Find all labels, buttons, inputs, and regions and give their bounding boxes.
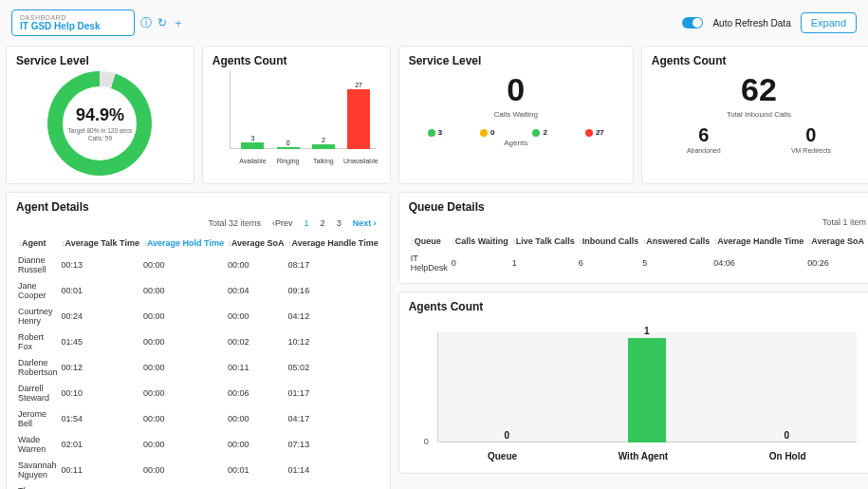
pager-prev[interactable]: ‹Prev xyxy=(268,217,297,229)
table-row[interactable]: Darrell Steward00:1000:0000:0601:17 xyxy=(16,380,380,405)
table-row[interactable]: Savannah Nguyen00:1100:0000:0101:14 xyxy=(16,457,380,482)
bar-label: On Hold xyxy=(769,451,806,461)
panel-queue-details: Queue Details Total 1 item QueueCalls Wa… xyxy=(398,192,868,284)
card-agents-count-bar: Agents Count 30227 AvailableRingingTalki… xyxy=(202,46,391,184)
card-calls-waiting: Service Level 0 Calls Waiting 30227 Agen… xyxy=(398,46,634,184)
card-inbound: Agents Count 62 Total Inbound Calls 6 Ab… xyxy=(641,46,868,184)
inbound-sub: Total Inbound Calls xyxy=(652,110,866,119)
table-row[interactable]: Wade Warren02:0100:0000:0007:13 xyxy=(16,431,380,457)
bar-queue: 0 xyxy=(478,430,535,442)
table-row[interactable]: Courtney Henry00:2400:0000:0004:12 xyxy=(16,303,380,329)
bar-label: With Agent xyxy=(619,451,668,461)
topbar: DASHBOARD IT GSD Help Desk ⓘ ↻ ＋ Auto Re… xyxy=(6,6,862,40)
calls-waiting-sub: Calls Waiting xyxy=(409,110,623,119)
auto-refresh-label: Auto Refresh Data xyxy=(712,18,790,28)
pager-page-2[interactable]: 2 xyxy=(317,217,329,229)
table-row[interactable]: Robert Fox01:4500:0000:0210:12 xyxy=(16,329,380,354)
pager-next[interactable]: Next › xyxy=(349,217,380,229)
queue-details-table: QueueCalls WaitingLive Talk CallsInbound… xyxy=(409,233,866,275)
pager-page-1[interactable]: 1 xyxy=(301,217,313,229)
card-service-level: Service Level 94.9% Target 80% in 120 se… xyxy=(6,46,194,184)
col-header[interactable]: Answered Calls xyxy=(640,233,711,250)
calls-waiting-value: 0 xyxy=(409,71,623,108)
top-right-row: Service Level 0 Calls Waiting 30227 Agen… xyxy=(398,46,868,184)
agents-status-chart: 30227 AvailableRingingTalkingUnavailable xyxy=(212,71,380,166)
abandoned-kpi: 6 Abandoned xyxy=(687,124,721,154)
bar-available: 3 xyxy=(237,135,268,149)
card-title: Agents Count xyxy=(212,54,380,67)
table-row[interactable]: Darlene Robertson00:1200:0000:1105:02 xyxy=(16,354,380,380)
agent-status-dots: 30227 xyxy=(409,128,623,137)
card-title: Service Level xyxy=(409,54,623,67)
vm-redirects-kpi: 0 VM Redirects xyxy=(791,124,831,154)
dashboard-selector[interactable]: DASHBOARD IT GSD Help Desk xyxy=(11,9,135,36)
col-header[interactable]: Inbound Calls xyxy=(577,233,641,250)
status-dot: 2 xyxy=(532,128,546,137)
agents-location-chart: 0 010 QueueWith AgentOn Hold xyxy=(409,313,866,465)
auto-refresh-toggle[interactable] xyxy=(682,17,703,28)
col-header[interactable]: Average SoA xyxy=(805,233,866,250)
refresh-icon[interactable]: ↻ xyxy=(157,16,167,29)
col-header[interactable]: Average Hold Time xyxy=(141,235,226,252)
right-bottom-stack: Queue Details Total 1 item QueueCalls Wa… xyxy=(398,192,868,489)
panel-agent-details: Agent Details Total 32 items ‹Prev 1 2 3… xyxy=(6,192,391,489)
table-row[interactable]: Theresa Webb01:0800:0000:0015:12 xyxy=(16,482,380,489)
col-header[interactable]: Calls Waiting xyxy=(450,233,510,250)
card-title: Service Level xyxy=(16,54,184,67)
bar-unavailable: 27 xyxy=(343,82,374,149)
col-header[interactable]: Average Handle Time xyxy=(711,233,805,250)
top-left-row: Service Level 94.9% Target 80% in 120 se… xyxy=(6,46,391,184)
service-level-donut: 94.9% Target 80% in 120 secs Calls: 59 xyxy=(47,71,152,176)
agents-sublabel: Agents xyxy=(409,139,623,147)
inbound-value: 62 xyxy=(652,71,866,108)
status-dot: 3 xyxy=(428,128,442,137)
service-level-percent: 94.9% xyxy=(76,105,124,125)
topbar-left: DASHBOARD IT GSD Help Desk ⓘ ↻ ＋ xyxy=(11,9,184,36)
agent-details-total: Total 32 items xyxy=(209,218,262,228)
table-row[interactable]: Jane Cooper00:0100:0000:0409:16 xyxy=(16,277,380,303)
col-header[interactable]: Queue xyxy=(409,233,450,250)
panel-agents-count-chart: Agents Count 0 010 QueueWith AgentOn Hol… xyxy=(398,292,868,474)
bar-label: Unavailable xyxy=(343,158,374,164)
bar-with-agent: 1 xyxy=(619,326,675,442)
bar-label: Available xyxy=(237,158,268,164)
dashboard-selector-label: DASHBOARD xyxy=(20,14,126,21)
queue-details-title: Queue Details xyxy=(409,200,866,214)
pager-page-3[interactable]: 3 xyxy=(333,217,345,229)
bar-label: Queue xyxy=(488,451,517,461)
topbar-right: Auto Refresh Data Expand xyxy=(682,12,857,33)
bar-on-hold: 0 xyxy=(758,430,815,442)
bar-ringing: 0 xyxy=(273,140,304,149)
col-header[interactable]: Average SoA xyxy=(226,235,286,252)
dashboard-selector-value: IT GSD Help Desk xyxy=(20,21,126,31)
table-row[interactable]: Jerome Bell01:5400:0000:0004:17 xyxy=(16,405,380,431)
add-icon[interactable]: ＋ xyxy=(173,15,184,31)
queue-details-total: Total 1 item xyxy=(822,217,866,227)
status-dot: 27 xyxy=(585,128,604,137)
agent-details-title: Agent Details xyxy=(16,200,380,214)
card-title: Agents Count xyxy=(652,54,866,67)
agents-chart-title: Agents Count xyxy=(409,300,866,313)
col-header[interactable]: Average Talk Time xyxy=(60,235,141,252)
pager: ‹Prev 1 2 3 Next › xyxy=(268,217,380,229)
bar-label: Talking xyxy=(308,158,339,164)
table-row[interactable]: Dianne Russell00:1300:0000:0008:17 xyxy=(16,252,380,277)
dashboard-grid: Service Level 94.9% Target 80% in 120 se… xyxy=(6,46,862,489)
service-level-target: Target 80% in 120 secs Calls: 59 xyxy=(68,127,133,142)
col-header[interactable]: Live Talk Calls xyxy=(510,233,577,250)
agent-details-table: AgentAverage Talk TimeAverage Hold TimeA… xyxy=(16,235,380,489)
bar-label: Ringing xyxy=(273,158,304,164)
col-header[interactable]: Agent xyxy=(16,235,60,252)
status-dot: 0 xyxy=(480,128,494,137)
expand-button[interactable]: Expand xyxy=(801,12,857,33)
info-icon[interactable]: ⓘ xyxy=(140,15,152,31)
bar-talking: 2 xyxy=(308,137,339,149)
col-header[interactable]: Average Handle Time xyxy=(286,235,380,252)
table-row[interactable]: IT HelpDesk016504:0600:26 xyxy=(409,250,866,275)
